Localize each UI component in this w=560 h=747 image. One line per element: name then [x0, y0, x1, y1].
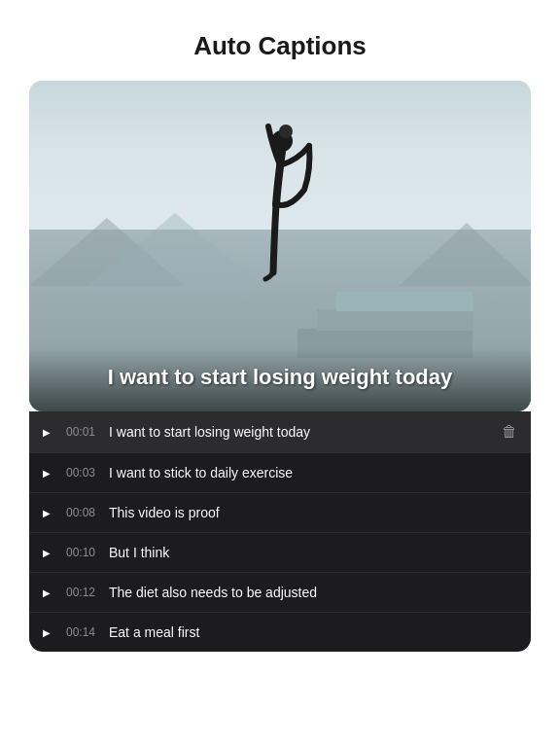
time-label: 00:08 — [66, 506, 99, 519]
play-icon[interactable]: ▶ — [43, 427, 56, 438]
time-label: 00:01 — [66, 425, 99, 439]
caption-row[interactable]: ▶ 00:01 I want to start losing weight to… — [29, 411, 531, 453]
svg-rect-4 — [317, 309, 472, 331]
caption-line: This video is proof — [109, 505, 517, 520]
caption-line: I want to stick to daily exercise — [109, 465, 517, 480]
caption-row[interactable]: ▶ 00:03 I want to stick to daily exercis… — [29, 453, 531, 493]
play-icon[interactable]: ▶ — [43, 548, 56, 558]
play-icon[interactable]: ▶ — [43, 587, 56, 598]
video-caption-text: I want to start losing weight today — [49, 364, 511, 392]
play-icon[interactable]: ▶ — [43, 508, 56, 518]
video-player[interactable]: I want to start losing weight today — [29, 81, 531, 411]
time-label: 00:14 — [66, 625, 99, 639]
video-caption-overlay: I want to start losing weight today — [29, 348, 531, 411]
time-label: 00:03 — [66, 466, 99, 480]
play-icon[interactable]: ▶ — [43, 627, 56, 638]
caption-row[interactable]: ▶ 00:14 Eat a meal first — [29, 613, 531, 652]
caption-line: But I think — [109, 545, 517, 560]
caption-line: Eat a meal first — [109, 624, 517, 640]
caption-line: I want to start losing weight today — [109, 424, 488, 440]
time-label: 00:10 — [66, 546, 99, 559]
caption-row[interactable]: ▶ 00:08 This video is proof — [29, 493, 531, 533]
play-icon[interactable]: ▶ — [43, 468, 56, 479]
caption-row[interactable]: ▶ 00:10 But I think — [29, 533, 531, 573]
svg-rect-5 — [336, 292, 472, 311]
caption-row[interactable]: ▶ 00:12 The diet also needs to be adjust… — [29, 573, 531, 613]
page-title: Auto Captions — [0, 0, 560, 81]
caption-line: The diet also needs to be adjusted — [109, 585, 517, 600]
captions-list: ▶ 00:01 I want to start losing weight to… — [29, 411, 531, 652]
time-label: 00:12 — [66, 586, 99, 599]
delete-icon[interactable]: 🗑 — [498, 423, 517, 441]
svg-point-7 — [279, 124, 293, 138]
